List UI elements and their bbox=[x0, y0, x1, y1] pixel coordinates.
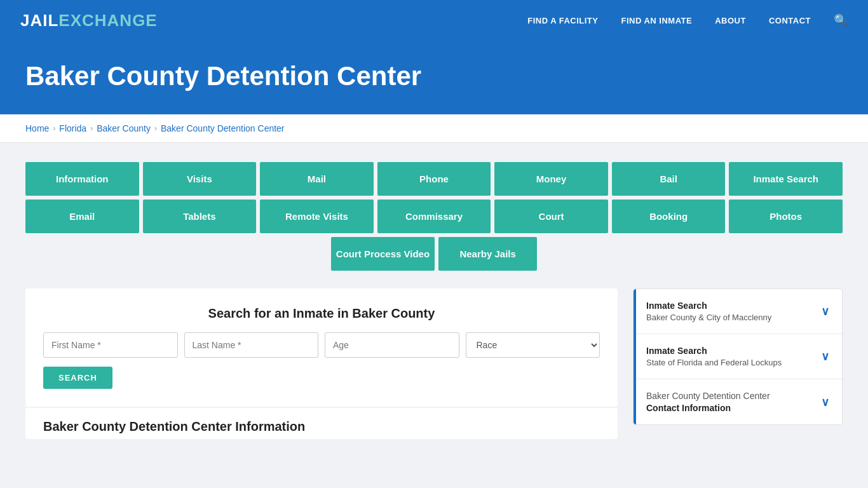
btn-money[interactable]: Money bbox=[494, 162, 608, 196]
sidebar-inmate-search-county-text: Inmate SearchBaker County & City of Macc… bbox=[646, 301, 771, 322]
btn-remote-visits[interactable]: Remote Visits bbox=[260, 200, 374, 233]
btn-commissary[interactable]: Commissary bbox=[377, 200, 491, 233]
navbar-link-find-an-inmate[interactable]: FIND AN INMATE bbox=[621, 16, 692, 25]
sidebar-contact-info-title: Baker County Detention Center bbox=[646, 391, 770, 401]
logo-jail: JAIL bbox=[20, 11, 58, 30]
navbar-link-contact[interactable]: CONTACT bbox=[769, 16, 811, 25]
navbar-link-about[interactable]: ABOUT bbox=[715, 16, 746, 25]
logo[interactable]: JAIL EXCHANGE bbox=[20, 11, 158, 30]
sidebar-contact-info-text: Baker County Detention CenterContact Inf… bbox=[646, 391, 770, 413]
sidebar-inmate-search-county-subtitle: Baker County & City of Macclenny bbox=[646, 313, 771, 322]
logo-exchange: EXCHANGE bbox=[58, 11, 157, 30]
page-title: Baker County Detention Center bbox=[25, 61, 843, 92]
breadcrumb-florida[interactable]: Florida bbox=[59, 123, 86, 133]
last-name-input[interactable] bbox=[184, 332, 319, 358]
search-button[interactable]: SEARCH bbox=[43, 367, 112, 389]
navbar-links: FIND A FACILITYFIND AN INMATEABOUTCONTAC… bbox=[527, 13, 848, 27]
right-sidebar: Inmate SearchBaker County & City of Macc… bbox=[633, 288, 843, 425]
sidebar-inmate-search-state-chevron-icon: ∨ bbox=[821, 349, 829, 363]
search-title: Search for an Inmate in Baker County bbox=[43, 306, 600, 321]
sidebar-contact-info-chevron-icon: ∨ bbox=[821, 395, 829, 409]
search-panel: Search for an Inmate in Baker County Rac… bbox=[25, 288, 618, 407]
section-heading-container: Baker County Detention Center Informatio… bbox=[25, 408, 618, 439]
sidebar-inmate-search-state-subtitle: State of Florida and Federal Lockups bbox=[646, 358, 782, 367]
btn-bail[interactable]: Bail bbox=[612, 162, 726, 196]
grid-row-3: Court Process VideoNearby Jails bbox=[25, 237, 843, 271]
btn-tablets[interactable]: Tablets bbox=[143, 200, 257, 233]
btn-phone[interactable]: Phone bbox=[377, 162, 491, 196]
btn-email[interactable]: Email bbox=[25, 200, 139, 233]
btn-mail[interactable]: Mail bbox=[260, 162, 374, 196]
sidebar-contact-info[interactable]: Baker County Detention CenterContact Inf… bbox=[634, 379, 842, 424]
sidebar-inmate-search-county[interactable]: Inmate SearchBaker County & City of Macc… bbox=[634, 289, 842, 334]
breadcrumb-baker-county[interactable]: Baker County bbox=[97, 123, 151, 133]
breadcrumb-sep-2: › bbox=[90, 124, 93, 133]
two-col-layout: Search for an Inmate in Baker County Rac… bbox=[25, 288, 843, 439]
main-content: InformationVisitsMailPhoneMoneyBailInmat… bbox=[0, 143, 868, 458]
btn-booking[interactable]: Booking bbox=[612, 200, 726, 233]
btn-photos[interactable]: Photos bbox=[729, 200, 843, 233]
left-col: Search for an Inmate in Baker County Rac… bbox=[25, 288, 618, 439]
age-input[interactable] bbox=[325, 332, 459, 358]
hero-section: Baker County Detention Center bbox=[0, 41, 868, 114]
section-heading: Baker County Detention Center Informatio… bbox=[43, 419, 600, 434]
first-name-input[interactable] bbox=[43, 332, 178, 358]
sidebar-inmate-search-state-title: Inmate Search bbox=[646, 346, 782, 356]
race-select[interactable]: Race White Black Hispanic Asian Other bbox=[466, 332, 600, 358]
btn-court-process-video[interactable]: Court Process Video bbox=[331, 237, 435, 271]
search-fields: Race White Black Hispanic Asian Other bbox=[43, 332, 600, 358]
breadcrumb: Home›Florida›Baker County›Baker County D… bbox=[25, 123, 843, 133]
navbar: JAIL EXCHANGE FIND A FACILITYFIND AN INM… bbox=[0, 0, 868, 41]
breadcrumb-home[interactable]: Home bbox=[25, 123, 49, 133]
btn-inmate-search[interactable]: Inmate Search bbox=[729, 162, 843, 196]
sidebar-inmate-search-county-chevron-icon: ∨ bbox=[821, 304, 829, 318]
sidebar-inmate-search-state-text: Inmate SearchState of Florida and Federa… bbox=[646, 346, 782, 367]
search-icon[interactable]: 🔍 bbox=[834, 13, 848, 27]
sidebar-inmate-search-county-title: Inmate Search bbox=[646, 301, 771, 311]
sidebar-inmate-search-state[interactable]: Inmate SearchState of Florida and Federa… bbox=[634, 334, 842, 379]
breadcrumb-sep-3: › bbox=[154, 124, 157, 133]
grid-row-1: InformationVisitsMailPhoneMoneyBailInmat… bbox=[25, 162, 843, 196]
navbar-link-find-a-facility[interactable]: FIND A FACILITY bbox=[527, 16, 598, 25]
btn-information[interactable]: Information bbox=[25, 162, 139, 196]
sidebar-card: Inmate SearchBaker County & City of Macc… bbox=[633, 288, 843, 425]
sidebar-contact-info-subtitle: Contact Information bbox=[646, 403, 770, 413]
breadcrumb-bar: Home›Florida›Baker County›Baker County D… bbox=[0, 114, 868, 143]
btn-visits[interactable]: Visits bbox=[143, 162, 257, 196]
btn-court[interactable]: Court bbox=[494, 200, 608, 233]
btn-nearby-jails[interactable]: Nearby Jails bbox=[438, 237, 537, 271]
breadcrumb-current[interactable]: Baker County Detention Center bbox=[161, 123, 285, 133]
breadcrumb-sep-1: › bbox=[53, 124, 55, 133]
grid-row-2: EmailTabletsRemote VisitsCommissaryCourt… bbox=[25, 200, 843, 233]
